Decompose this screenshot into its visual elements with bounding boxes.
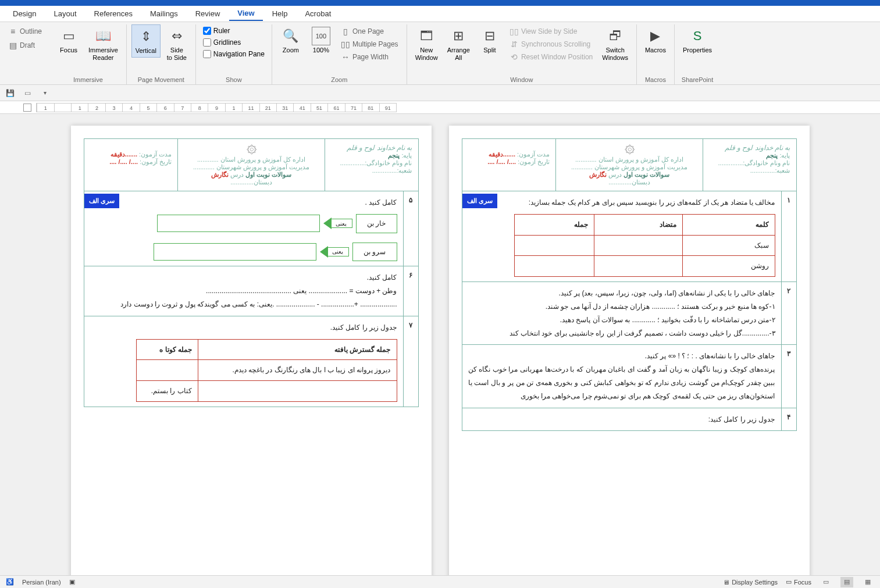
side-to-side-button[interactable]: ⇔ Side to Side xyxy=(163,24,191,64)
inner-table: جمله گسترش یافتهجمله کوتا ه دیروز پروانه… xyxy=(136,339,397,402)
multipage-icon: ▯▯ xyxy=(341,40,350,49)
split-button[interactable]: ⊟ Split xyxy=(476,24,504,56)
side-icon: ⇔ xyxy=(168,27,186,45)
page-1: به نام خداوند لوح و قلم پایه: پنجم نام و… xyxy=(449,126,810,575)
question-number: ۵ xyxy=(403,191,418,266)
split-icon: ⊟ xyxy=(480,27,499,45)
inner-table: کلمهمتضادجمله سبک روشن xyxy=(514,214,775,277)
series-badge: سری الف xyxy=(462,194,497,208)
emblem-icon: ۞ xyxy=(247,144,256,156)
horizontal-ruler[interactable]: 91817161514131211119876543211 xyxy=(36,103,397,112)
save-button[interactable]: 💾 xyxy=(3,87,16,99)
focus-button[interactable]: ▭ Focus xyxy=(55,24,83,56)
question-number: ۷ xyxy=(403,316,418,407)
macros-icon: ▶ xyxy=(646,27,665,45)
tab-review[interactable]: Review xyxy=(187,7,229,20)
side-by-side-button: ▯▯View Side by Side xyxy=(506,26,596,37)
emblem-icon: ۞ xyxy=(625,144,635,156)
group-label-show: Show xyxy=(201,75,267,84)
qat-dropdown[interactable]: ▾ xyxy=(38,87,51,99)
arrow-icon: یعنی xyxy=(323,216,352,230)
document-area[interactable]: به نام خداوند لوح و قلم پایه: پنجم نام و… xyxy=(0,114,880,575)
arrange-all-button[interactable]: ⊞ Arrange All xyxy=(444,24,473,64)
tab-references[interactable]: References xyxy=(86,7,141,20)
diagram-answer-box xyxy=(154,243,316,261)
arrange-icon: ⊞ xyxy=(449,27,468,45)
newwin-icon: 🗔 xyxy=(417,27,436,45)
question-number: ۶ xyxy=(403,266,418,315)
tab-design[interactable]: Design xyxy=(5,7,44,20)
sync-icon: ⇵ xyxy=(510,40,519,49)
question-number: ۲ xyxy=(781,282,796,344)
quick-access-toolbar: 💾 ▭ ▾ xyxy=(0,85,880,101)
diagram-answer-box xyxy=(157,215,320,232)
switch-icon: 🗗 xyxy=(606,27,625,45)
one-page-button[interactable]: ▯One Page xyxy=(337,26,402,37)
exam-header: به نام خداوند لوح و قلم پایه: پنجم نام و… xyxy=(84,138,419,191)
sidebyside-icon: ▯▯ xyxy=(510,27,519,36)
arrow-icon: یعنی xyxy=(320,245,349,259)
sync-scroll-button: ⇵Synchronous Scrolling xyxy=(506,38,596,50)
outline-view-button[interactable]: ≡Outline xyxy=(5,26,45,37)
question-number: ۳ xyxy=(781,345,796,407)
group-label-immersive: Immersive xyxy=(55,75,122,84)
outline-icon: ≡ xyxy=(8,27,17,36)
group-label-pagemove: Page Movement xyxy=(131,75,191,84)
zoom-100-button[interactable]: 100 100% xyxy=(307,24,335,56)
zoom-icon: 🔍 xyxy=(282,27,300,45)
tab-layout[interactable]: Layout xyxy=(45,7,84,20)
question-number: ۱ xyxy=(781,191,796,281)
tab-selector[interactable] xyxy=(23,104,31,112)
reset-icon: ⟲ xyxy=(510,52,519,62)
tab-help[interactable]: Help xyxy=(264,7,296,20)
tab-mailings[interactable]: Mailings xyxy=(142,7,186,20)
page-width-button[interactable]: ↔Page Width xyxy=(337,51,402,63)
zoom-100-icon: 100 xyxy=(312,27,330,45)
page-2: به نام خداوند لوح و قلم پایه: پنجم نام و… xyxy=(71,126,432,575)
group-label xyxy=(5,75,45,84)
pagewidth-icon: ↔ xyxy=(341,52,350,62)
switch-windows-button[interactable]: 🗗 Switch Windows xyxy=(598,24,632,64)
tab-view[interactable]: View xyxy=(229,6,262,21)
group-label-window: Window xyxy=(412,75,632,84)
ribbon: ≡Outline ▤Draft ▭ Focus 📖 Immersive Read… xyxy=(0,22,880,85)
new-window-button[interactable]: 🗔 New Window xyxy=(412,24,441,64)
tab-acrobat[interactable]: Acrobat xyxy=(297,7,339,20)
diagram-box: خار بن xyxy=(356,214,397,233)
group-label-zoom: Zoom xyxy=(277,75,402,84)
draft-view-button[interactable]: ▤Draft xyxy=(5,40,45,51)
immersive-reader-button[interactable]: 📖 Immersive Reader xyxy=(85,24,122,64)
diagram-box: سرو بن xyxy=(352,243,397,262)
focus-icon: ▭ xyxy=(59,27,78,45)
qat-item[interactable]: ▭ xyxy=(21,87,34,99)
reset-window-button: ⟲Reset Window Position xyxy=(506,51,596,63)
exam-header: به نام خداوند لوح و قلم پایه: پنجم نام و… xyxy=(462,138,797,191)
ruler-area: 91817161514131211119876543211 xyxy=(0,101,880,114)
ruler-checkbox[interactable]: Ruler xyxy=(201,26,267,36)
immersive-icon: 📖 xyxy=(94,27,112,45)
question-number: ۴ xyxy=(781,408,796,431)
properties-button[interactable]: S Properties xyxy=(679,24,715,56)
onepage-icon: ▯ xyxy=(341,27,350,36)
gridlines-checkbox[interactable]: Gridlines xyxy=(201,37,267,48)
sharepoint-icon: S xyxy=(688,27,707,45)
navpane-checkbox[interactable]: Navigation Pane xyxy=(201,49,267,59)
group-label-sharepoint: SharePoint xyxy=(679,75,715,84)
vertical-icon: ⇕ xyxy=(137,27,155,46)
macros-button[interactable]: ▶ Macros xyxy=(642,24,669,56)
group-label-macros: Macros xyxy=(642,75,669,84)
multi-page-button[interactable]: ▯▯Multiple Pages xyxy=(337,38,402,50)
vertical-button[interactable]: ⇕ Vertical xyxy=(131,24,161,58)
draft-icon: ▤ xyxy=(8,41,17,50)
zoom-button[interactable]: 🔍 Zoom xyxy=(277,24,305,56)
ribbon-tabs: Design Layout References Mailings Review… xyxy=(0,6,880,22)
titlebar xyxy=(0,0,880,6)
series-badge: سری الف xyxy=(84,194,119,208)
